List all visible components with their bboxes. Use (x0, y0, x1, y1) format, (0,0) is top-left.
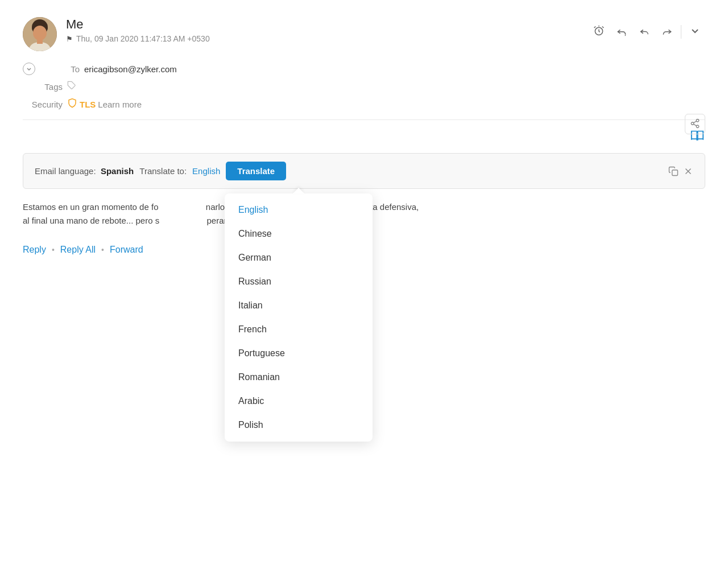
reply-all-icon (638, 25, 651, 39)
security-badge: TLS Learn more (67, 98, 142, 110)
action-separator-2: • (101, 245, 104, 254)
more-options-button[interactable] (685, 22, 705, 42)
security-row: Security TLS Learn more (23, 98, 705, 110)
language-item-fr[interactable]: French (225, 318, 373, 341)
book-icon-container (23, 129, 705, 146)
security-label: Security (23, 100, 63, 109)
chevron-down-icon (691, 26, 699, 38)
forward-icon (661, 25, 673, 39)
sender-section: Me ⚑ Thu, 09 Jan 2020 11:47:13 AM +0530 (23, 17, 210, 51)
reply-button[interactable] (611, 22, 632, 42)
email-language-label: Email language: Spanish (35, 166, 134, 176)
target-language-button[interactable]: English (192, 166, 220, 176)
share-icon (690, 118, 700, 130)
tag-icon (67, 81, 76, 92)
language-item-it[interactable]: Italian (225, 294, 373, 318)
forward-action-link[interactable]: Forward (110, 245, 143, 255)
language-item-ro[interactable]: Romanian (225, 365, 373, 389)
language-list: EnglishChineseGermanRussianItalianFrench… (225, 198, 373, 437)
translate-to-label: Translate to: (139, 166, 187, 176)
reply-all-action-link[interactable]: Reply All (60, 245, 96, 255)
alarm-icon (593, 25, 605, 39)
language-item-pl[interactable]: Polish (225, 413, 373, 437)
sender-date: ⚑ Thu, 09 Jan 2020 11:47:13 AM +0530 (66, 34, 210, 43)
header-separator (23, 119, 705, 120)
language-item-pt[interactable]: Portuguese (225, 341, 373, 365)
forward-button[interactable] (657, 22, 677, 42)
reply-all-button[interactable] (634, 22, 655, 42)
reply-icon (616, 25, 627, 39)
translate-button[interactable]: Translate (226, 162, 286, 180)
toolbar-divider (681, 25, 681, 39)
copy-button[interactable] (668, 166, 679, 176)
sender-name: Me (66, 17, 210, 32)
tags-label: Tags (23, 82, 63, 92)
expand-to-button[interactable] (23, 63, 35, 75)
language-item-zh[interactable]: Chinese (225, 222, 373, 246)
svg-rect-13 (672, 170, 678, 175)
tags-row: Tags (23, 81, 705, 92)
alarm-button[interactable] (589, 22, 609, 42)
to-row: To ericagibson@zylker.com (23, 63, 705, 75)
sender-info: Me ⚑ Thu, 09 Jan 2020 11:47:13 AM +0530 (66, 17, 210, 43)
svg-point-2 (33, 26, 47, 40)
email-container: Me ⚑ Thu, 09 Jan 2020 11:47:13 AM +0530 (0, 0, 728, 283)
share-button[interactable] (685, 114, 705, 134)
svg-rect-3 (37, 39, 43, 44)
action-separator-1: • (52, 245, 55, 254)
language-item-ar[interactable]: Arabic (225, 389, 373, 413)
to-label: To (40, 64, 80, 74)
translate-bar: Email language: Spanish Translate to: En… (23, 153, 705, 189)
language-dropdown: EnglishChineseGermanRussianItalianFrench… (225, 193, 373, 442)
language-item-de[interactable]: German (225, 246, 373, 270)
svg-line-10 (693, 121, 696, 122)
svg-point-6 (696, 119, 699, 122)
svg-line-9 (693, 124, 696, 126)
close-translate-bar-button[interactable] (683, 166, 693, 176)
reply-action-link[interactable]: Reply (23, 245, 46, 255)
avatar (23, 17, 57, 51)
email-toolbar (589, 17, 705, 42)
learn-more-link[interactable]: Learn more (98, 100, 142, 109)
language-item-en[interactable]: English (225, 198, 373, 222)
shield-icon (67, 98, 77, 110)
translate-bar-actions (668, 166, 693, 176)
flag-icon: ⚑ (66, 35, 73, 43)
svg-point-8 (696, 125, 699, 128)
svg-point-7 (691, 122, 694, 125)
to-address: ericagibson@zylker.com (84, 64, 177, 74)
language-item-ru[interactable]: Russian (225, 270, 373, 294)
source-language: Spanish (101, 166, 134, 176)
email-header: Me ⚑ Thu, 09 Jan 2020 11:47:13 AM +0530 (23, 17, 705, 51)
tls-badge: TLS (80, 100, 96, 109)
